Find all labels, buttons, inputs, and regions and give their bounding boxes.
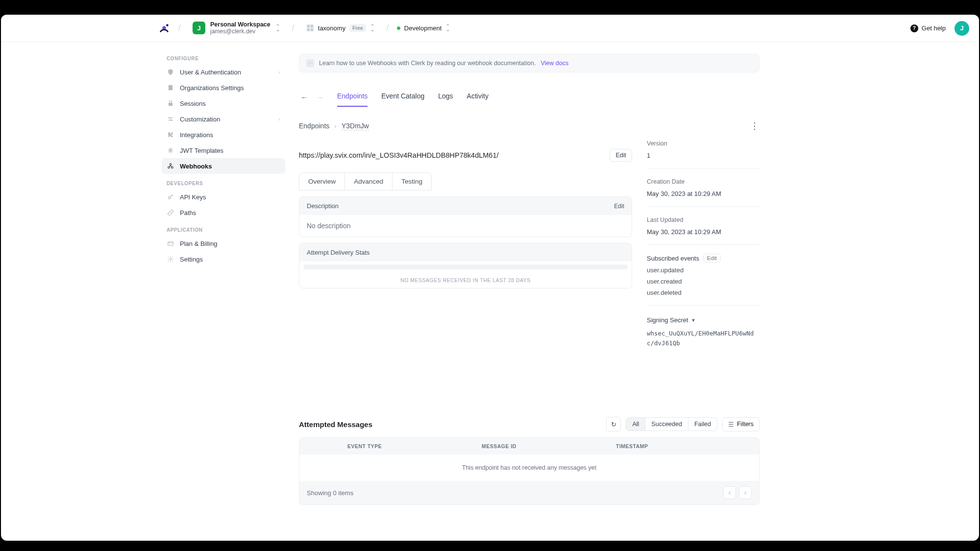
sidebar-category-developers: DEVELOPERS [167,181,285,186]
meta-updated-label: Last Updated [647,216,760,223]
svg-rect-4 [307,28,310,31]
help-label: Get help [922,24,946,32]
info-icon: ⋯ [306,59,314,67]
column-message-id: MESSAGE ID [482,443,616,449]
sidebar-item-settings[interactable]: Settings [162,251,285,267]
column-timestamp: TIMESTAMP [616,443,750,449]
sidebar-item-label: Plan & Billing [180,240,218,247]
subscribed-event: user.deleted [647,289,760,296]
caret-down-icon[interactable]: ▼ [691,318,696,323]
stats-empty-message: NO MESSAGES RECEIVED IN THE LAST 28 DAYS [299,269,632,288]
next-page-button[interactable]: › [739,486,752,499]
sidebar-item-label: Customization [180,116,220,123]
filter-failed-button[interactable]: Failed [688,418,717,431]
sidebar-item-paths[interactable]: Paths [162,205,285,220]
messages-table: EVENT TYPE MESSAGE ID TIMESTAMP This end… [299,437,760,505]
sidebar-item-label: Organizations Settings [180,84,244,92]
stats-bar [303,264,628,269]
docs-banner: ⋯ Learn how to use Webhooks with Clerk b… [299,54,760,72]
subtab-advanced[interactable]: Advanced [345,173,392,190]
svg-point-9 [171,120,172,120]
table-empty-message: This endpoint has not received any messa… [299,455,759,481]
subtab-overview[interactable]: Overview [299,173,345,190]
svg-rect-7 [169,103,172,106]
tab-event-catalog[interactable]: Event Catalog [381,87,424,107]
key-icon [167,193,174,201]
workspace-switcher[interactable]: J Personal Workspace james@clerk.dev ⌃⌄ [189,19,284,37]
sidebar-item-plan-billing[interactable]: Plan & Billing [162,236,285,251]
sidebar-item-jwt-templates[interactable]: JWT Templates [162,143,285,158]
user-avatar[interactable]: J [955,21,969,36]
help-icon: ? [910,24,918,32]
filter-succeeded-button[interactable]: Succeeded [645,418,688,431]
billing-icon [167,240,174,247]
sidebar-category-configure: CONFIGURE [167,56,285,61]
filters-button[interactable]: ☰ Filters [722,417,760,431]
workspace-name: Personal Workspace [210,21,270,28]
tab-endpoints[interactable]: Endpoints [337,87,368,107]
prev-page-button[interactable]: ‹ [723,486,736,499]
meta-creation-label: Creation Date [647,178,760,185]
svg-point-8 [169,118,170,119]
sidebar-item-label: Webhooks [180,163,212,170]
meta-version-value: 1 [647,152,760,159]
sidebar-item-organizations[interactable]: Organizations Settings [162,80,285,96]
workspace-email: james@clerk.dev [210,28,270,35]
svg-point-13 [168,196,171,199]
svg-point-11 [172,167,173,168]
meta-secret-label: Signing Secret [647,316,688,324]
edit-events-button[interactable]: Edit [703,254,721,263]
status-dot-icon [397,26,400,30]
environment-name: Development [404,24,442,32]
shield-icon [167,68,174,76]
filter-icon: ☰ [728,421,734,428]
svg-point-12 [170,164,172,166]
view-docs-link[interactable]: View docs [540,60,568,67]
jwt-icon [167,146,174,154]
meta-creation-value: May 30, 2023 at 10:29 AM [647,190,760,197]
edit-url-button[interactable]: Edit [610,149,632,162]
sidebar-item-webhooks[interactable]: Webhooks [162,158,285,174]
chevron-right-icon: › [278,116,280,122]
filter-all-button[interactable]: All [626,418,645,431]
more-menu-button[interactable]: ⋮ [750,120,760,131]
plan-badge: Free [349,24,366,32]
sidebar-category-application: APPLICATION [167,227,285,233]
sidebar-item-label: Sessions [180,100,206,107]
breadcrumb-root[interactable]: Endpoints [299,122,329,130]
workspace-badge: J [193,22,205,34]
tab-logs[interactable]: Logs [438,87,453,107]
sidebar-item-label: Settings [180,256,203,263]
sidebar-item-label: JWT Templates [180,147,223,154]
sidebar-item-user-auth[interactable]: User & Authentication› [162,64,285,80]
lock-icon [167,99,174,107]
sidebar-item-api-keys[interactable]: API Keys [162,189,285,205]
sidebar-item-label: User & Authentication [180,69,241,76]
refresh-button[interactable]: ↻ [606,417,621,431]
top-bar: / J Personal Workspace james@clerk.dev ⌃… [1,15,979,42]
sidebar-item-customization[interactable]: Customization› [162,111,285,127]
svg-point-1 [166,24,169,27]
application-switcher[interactable]: taxonomy Free ⌃⌄ [302,22,379,34]
edit-description-button[interactable]: Edit [614,203,624,210]
webhook-icon [167,162,174,170]
svg-point-10 [168,167,170,168]
meta-version-label: Version [647,140,760,147]
sliders-icon [167,115,174,123]
subtab-testing[interactable]: Testing [392,173,431,190]
svg-point-15 [170,258,172,260]
application-name: taxonomy [318,24,345,32]
svg-rect-3 [311,25,313,27]
nav-forward-button[interactable]: → [315,92,325,102]
get-help-button[interactable]: ? Get help [910,24,946,32]
tab-activity[interactable]: Activity [467,87,489,107]
environment-switcher[interactable]: Development ⌃⌄ [397,24,451,32]
clerk-logo-icon[interactable] [158,22,171,34]
sidebar-item-integrations[interactable]: Integrations [162,127,285,143]
link-icon [167,209,174,216]
breadcrumb-endpoint-id: Y3DmJw [342,122,369,130]
sidebar-item-sessions[interactable]: Sessions [162,96,285,111]
nav-back-button[interactable]: ← [299,92,310,102]
subscribed-event: user.updated [647,266,760,274]
attempted-title: Attempted Messages [299,420,372,429]
